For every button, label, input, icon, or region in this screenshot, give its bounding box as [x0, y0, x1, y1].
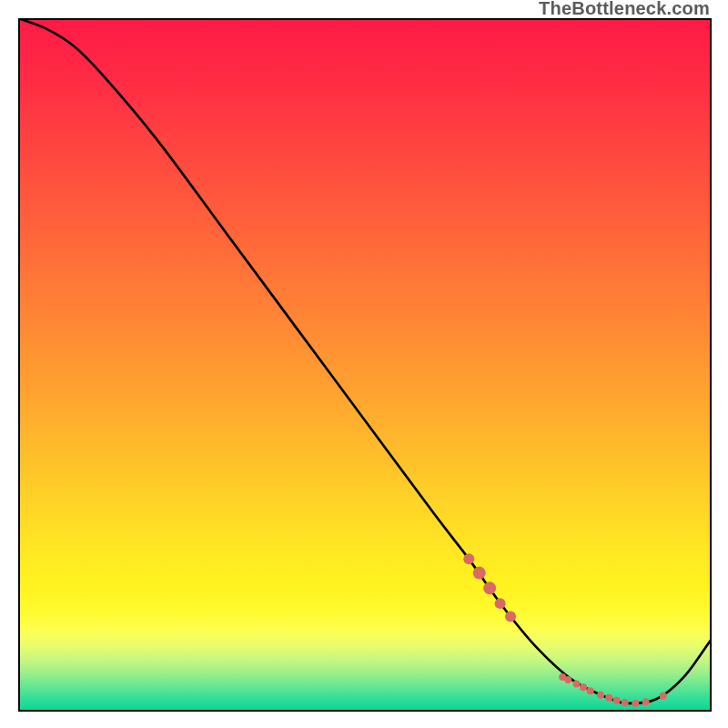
chart-stage: TheBottleneck.com — [0, 0, 728, 728]
marker-dot — [642, 698, 650, 705]
marker-group — [463, 553, 666, 706]
plot-area — [18, 18, 712, 712]
marker-dot — [572, 681, 580, 688]
marker-dot — [580, 683, 587, 691]
marker-dot — [483, 581, 496, 594]
marker-dot — [632, 700, 639, 707]
marker-dot — [587, 687, 594, 694]
marker-dot — [505, 612, 516, 622]
marker-dot — [622, 699, 629, 706]
marker-dot — [495, 598, 506, 609]
marker-dot — [463, 553, 474, 564]
marker-dot — [473, 567, 486, 580]
marker-dot — [613, 697, 621, 704]
watermark-text: TheBottleneck.com — [539, 0, 710, 19]
chart-curve-layer — [18, 18, 712, 712]
marker-dot — [564, 676, 571, 683]
marker-dot — [660, 692, 667, 699]
marker-dot — [597, 692, 604, 699]
curve-path — [18, 18, 712, 703]
marker-dot — [605, 694, 612, 702]
